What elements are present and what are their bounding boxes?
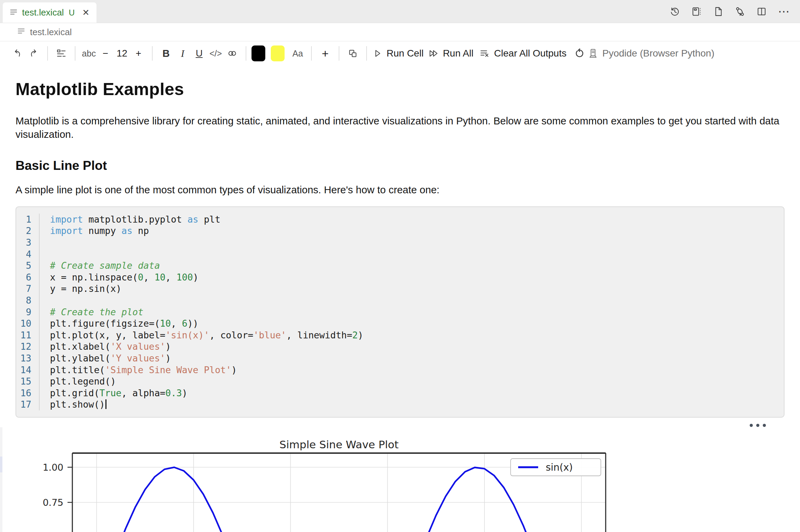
split-editor-icon	[756, 6, 767, 17]
text-cursor	[105, 399, 106, 409]
line-number: 17	[16, 399, 31, 410]
history-icon	[669, 6, 680, 17]
file-icon	[713, 6, 724, 17]
clear-outputs-label: Clear All Outputs	[494, 48, 566, 59]
decrease-font-size-button[interactable]: −	[97, 44, 114, 62]
run-all-button[interactable]: Run All	[428, 44, 473, 62]
case-label: Aa	[293, 49, 303, 59]
undo-button[interactable]	[9, 44, 25, 62]
code-line[interactable]: plt.figure(figsize=(10, 6))	[50, 318, 784, 329]
plus-icon: +	[136, 48, 141, 59]
highlight-color-button[interactable]	[271, 45, 285, 61]
code-line[interactable]: y = np.sin(x)	[50, 283, 784, 295]
bold-button[interactable]: B	[158, 44, 174, 62]
code-line[interactable]: plt.grid(True, alpha=0.3)	[50, 387, 784, 399]
code-line[interactable]	[50, 237, 784, 248]
insert-block-button[interactable]: +	[317, 44, 334, 62]
italic-label: I	[181, 48, 184, 59]
line-number: 13	[16, 352, 31, 364]
code-line[interactable]: plt.plot(x, y, label='sin(x)', color='bl…	[50, 329, 784, 341]
section-heading[interactable]: Basic Line Plot	[16, 158, 784, 173]
dot-icon	[756, 424, 759, 427]
intro-paragraph[interactable]: Matplotlib is a comprehensive library fo…	[16, 114, 784, 141]
code-block[interactable]: 1234567891011121314151617 import matplot…	[16, 206, 784, 418]
divider	[47, 46, 48, 61]
code-line[interactable]: # Create the plot	[50, 306, 784, 318]
clear-all-outputs-button[interactable]: Clear All Outputs	[480, 44, 566, 62]
preview-icon	[691, 6, 702, 17]
font-family-label: abc	[82, 49, 96, 59]
clear-outputs-icon	[480, 48, 490, 59]
undo-icon	[12, 48, 22, 59]
code-line[interactable]: plt.xlabel('X values')	[50, 341, 784, 352]
line-number: 3	[16, 237, 31, 248]
restart-kernel-button[interactable]	[571, 44, 588, 62]
page-title[interactable]: Matplotlib Examples	[16, 79, 784, 99]
line-number: 1	[16, 214, 31, 225]
svg-text:sin(x): sin(x)	[546, 462, 573, 473]
restart-icon	[574, 48, 585, 59]
code-line[interactable]: plt.ylabel('Y values')	[50, 352, 784, 364]
redo-button[interactable]	[25, 44, 42, 62]
kernel-picker-button[interactable]: Pyodide (Browser Python)	[588, 44, 714, 62]
font-family-button[interactable]: abc	[81, 44, 97, 62]
code-line[interactable]	[50, 248, 784, 260]
block-format-button[interactable]	[53, 44, 70, 62]
split-editor-button[interactable]	[756, 6, 767, 17]
open-preview-button[interactable]	[691, 6, 702, 17]
code-line[interactable]: plt.legend()	[50, 376, 784, 387]
more-actions-button[interactable]: ⋯	[778, 8, 790, 15]
italic-button[interactable]: I	[174, 44, 191, 62]
underline-label: U	[196, 48, 203, 59]
git-untracked-badge: U	[69, 8, 74, 18]
run-icon	[372, 48, 382, 59]
lexical-file-icon	[17, 27, 25, 38]
code-lines[interactable]: import matplotlib.pyplot as pltimport nu…	[40, 214, 784, 410]
copy-block-button[interactable]	[345, 44, 361, 62]
code-line[interactable]: import matplotlib.pyplot as plt	[50, 214, 784, 225]
section-paragraph[interactable]: A simple line plot is one of the most co…	[16, 183, 784, 197]
divider	[339, 46, 339, 61]
code-line[interactable]	[50, 295, 784, 306]
insert-link-button[interactable]	[224, 44, 240, 62]
code-line[interactable]: # Create sample data	[50, 260, 784, 272]
tab-test-lexical[interactable]: test.lexical U ✕	[3, 2, 96, 23]
inline-code-button[interactable]: </>	[207, 44, 224, 62]
open-file-button[interactable]	[713, 6, 724, 17]
line-number: 2	[16, 225, 31, 237]
local-history-button[interactable]	[669, 6, 680, 17]
run-cell-button[interactable]: Run Cell	[372, 44, 423, 62]
dot-icon	[750, 424, 753, 427]
scroll-indicator[interactable]	[0, 457, 2, 472]
text-case-button[interactable]: Aa	[289, 44, 306, 62]
code-line[interactable]: x = np.linspace(0, 10, 100)	[50, 272, 784, 283]
line-number: 10	[16, 318, 31, 329]
divider	[152, 46, 153, 61]
block-format-icon	[56, 48, 66, 59]
link-icon	[227, 48, 237, 59]
kernel-icon	[588, 48, 598, 59]
text-color-button[interactable]	[252, 45, 265, 61]
increase-font-size-button[interactable]: +	[130, 44, 147, 62]
underline-button[interactable]: U	[191, 44, 207, 62]
line-number: 4	[16, 248, 31, 260]
run-all-label: Run All	[443, 48, 473, 59]
sine-wave-chart: Simple Sine Wave Plot1.000.75sin(x)	[0, 429, 800, 532]
close-tab-icon[interactable]: ✕	[82, 8, 90, 18]
compare-changes-button[interactable]	[735, 6, 745, 17]
font-size-value[interactable]: 12	[114, 44, 130, 62]
run-cell-label: Run Cell	[387, 48, 423, 59]
line-number: 7	[16, 283, 31, 295]
minus-icon: −	[103, 48, 108, 59]
divider	[246, 46, 246, 61]
svg-text:Simple Sine Wave Plot: Simple Sine Wave Plot	[279, 438, 399, 451]
code-line[interactable]: plt.title('Simple Sine Wave Plot')	[50, 364, 784, 376]
line-number: 6	[16, 272, 31, 283]
code-line[interactable]: import numpy as np	[50, 225, 784, 237]
compare-icon	[735, 6, 745, 17]
line-number: 5	[16, 260, 31, 272]
code-line[interactable]: plt.show()	[50, 399, 784, 410]
breadcrumb[interactable]: test.lexical	[0, 23, 800, 41]
cell-more-actions-button[interactable]	[750, 424, 766, 427]
line-number: 11	[16, 329, 31, 341]
